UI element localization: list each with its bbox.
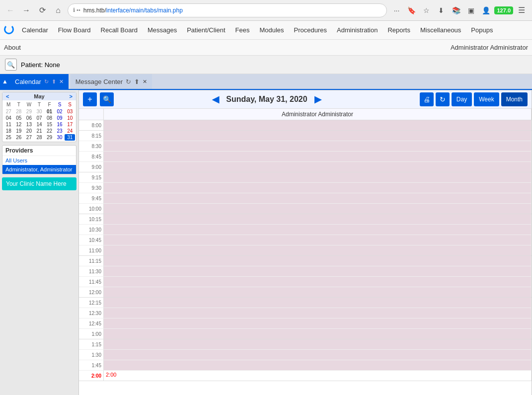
refresh-button[interactable]: ↻ bbox=[436, 92, 450, 106]
nav-administration[interactable]: Administration bbox=[332, 21, 382, 40]
cal-cell-830[interactable] bbox=[104, 141, 532, 151]
cal-cell-115[interactable] bbox=[104, 339, 532, 349]
cal-cell-930[interactable] bbox=[104, 183, 532, 193]
cal-cell-100[interactable] bbox=[104, 329, 532, 339]
mini-cal-day[interactable]: 21 bbox=[34, 128, 45, 134]
mini-cal-next[interactable]: > bbox=[68, 93, 74, 99]
cal-prev-button[interactable]: ◀ bbox=[210, 94, 221, 105]
mini-cal-day[interactable]: 19 bbox=[14, 128, 24, 134]
cal-cell-900[interactable] bbox=[104, 162, 532, 172]
mini-cal-day[interactable]: 30 bbox=[55, 134, 65, 141]
mini-cal-day[interactable]: 18 bbox=[3, 128, 14, 134]
mini-cal-day[interactable]: 01 bbox=[44, 108, 55, 115]
provider-admin[interactable]: Administrator, Administrator bbox=[2, 165, 76, 174]
menu-button[interactable]: ☰ bbox=[515, 4, 528, 17]
nav-modules[interactable]: Modules bbox=[254, 21, 289, 40]
nav-procedures[interactable]: Procedures bbox=[289, 21, 332, 40]
clinic-name[interactable]: Your Clinic Name Here bbox=[2, 177, 76, 190]
cal-cell-1115[interactable] bbox=[104, 256, 532, 266]
download-button[interactable]: ⬇ bbox=[435, 4, 448, 17]
address-bar[interactable]: ℹ •• hms.htb/interface/main/tabs/main.ph… bbox=[68, 3, 387, 17]
nav-fees[interactable]: Fees bbox=[230, 21, 255, 40]
mini-cal-day[interactable]: 27 bbox=[24, 134, 34, 141]
cal-cell-800[interactable] bbox=[104, 120, 532, 130]
cal-cell-1100[interactable] bbox=[104, 245, 532, 255]
mini-cal-day[interactable]: 22 bbox=[44, 128, 55, 134]
nav-recall-board[interactable]: Recall Board bbox=[96, 21, 143, 40]
mini-cal-day[interactable]: 08 bbox=[44, 115, 55, 121]
mini-cal-day[interactable]: 28 bbox=[14, 108, 24, 115]
mini-cal-day-today[interactable]: 31 bbox=[65, 134, 75, 141]
mini-cal-day[interactable]: 06 bbox=[24, 115, 34, 121]
cal-cell-130[interactable] bbox=[104, 350, 532, 360]
cal-cell-1230[interactable] bbox=[104, 308, 532, 318]
mini-cal-day[interactable]: 16 bbox=[55, 121, 65, 128]
print-button[interactable]: 🖨 bbox=[420, 92, 434, 106]
sidebar-toggle[interactable]: ▣ bbox=[464, 4, 477, 17]
library-button[interactable]: 📚 bbox=[450, 4, 462, 17]
back-button[interactable]: ← bbox=[4, 4, 17, 17]
mini-cal-day[interactable]: 29 bbox=[44, 134, 55, 141]
reload-button[interactable]: ⟳ bbox=[36, 4, 49, 17]
tab-mc-popout-icon[interactable]: ⬆ bbox=[134, 78, 140, 85]
about-link[interactable]: About bbox=[4, 44, 21, 51]
cal-cell-1145[interactable] bbox=[104, 277, 532, 287]
mini-cal-day[interactable]: 05 bbox=[14, 115, 24, 121]
cal-cell-945[interactable] bbox=[104, 193, 532, 203]
cal-cell-1030[interactable] bbox=[104, 225, 532, 235]
cal-cell-200[interactable]: 2:00 bbox=[104, 371, 532, 381]
mini-cal-day[interactable]: 14 bbox=[34, 121, 45, 128]
mini-cal-day[interactable]: 28 bbox=[34, 134, 45, 141]
home-button[interactable]: ⌂ bbox=[52, 4, 65, 17]
mini-cal-day[interactable]: 09 bbox=[55, 115, 65, 121]
nav-patient-client[interactable]: Patient/Client bbox=[182, 21, 230, 40]
bookmark-button[interactable]: 🔖 bbox=[405, 4, 418, 17]
mini-cal-day[interactable]: 11 bbox=[3, 121, 14, 128]
cal-cell-845[interactable] bbox=[104, 152, 532, 161]
mini-cal-day[interactable]: 10 bbox=[65, 115, 75, 121]
tab-mc-refresh-icon[interactable]: ↻ bbox=[126, 78, 131, 85]
mini-cal-day[interactable]: 23 bbox=[55, 128, 65, 134]
mini-cal-day[interactable]: 29 bbox=[24, 108, 34, 115]
tab-message-center[interactable]: Message Center ↻ ⬆ ✕ bbox=[71, 74, 152, 89]
cal-cell-1000[interactable] bbox=[104, 204, 532, 214]
mini-cal-prev[interactable]: < bbox=[4, 93, 10, 99]
mini-cal-day[interactable]: 15 bbox=[44, 121, 55, 128]
more-button[interactable]: ··· bbox=[390, 4, 403, 17]
patient-search-button[interactable]: 🔍 bbox=[5, 59, 17, 71]
cal-cell-1215[interactable] bbox=[104, 298, 532, 308]
provider-all-users[interactable]: All Users bbox=[2, 156, 76, 165]
tab-refresh-icon[interactable]: ↻ bbox=[44, 79, 49, 85]
mini-cal-day[interactable]: 03 bbox=[65, 108, 75, 115]
cal-cell-1130[interactable] bbox=[104, 266, 532, 276]
nav-calendar[interactable]: Calendar bbox=[17, 21, 53, 40]
mini-cal-day[interactable]: 13 bbox=[24, 121, 34, 128]
mini-cal-day[interactable]: 25 bbox=[3, 134, 14, 141]
add-appointment-button[interactable]: + bbox=[83, 92, 97, 106]
star-button[interactable]: ☆ bbox=[420, 4, 433, 17]
mini-cal-day[interactable]: 04 bbox=[3, 115, 14, 121]
tab-popout-icon[interactable]: ⬆ bbox=[52, 79, 56, 85]
nav-flow-board[interactable]: Flow Board bbox=[53, 21, 96, 40]
cal-next-button[interactable]: ▶ bbox=[312, 94, 323, 105]
forward-button[interactable]: → bbox=[20, 4, 33, 17]
cal-cell-1245[interactable] bbox=[104, 318, 532, 328]
view-day-button[interactable]: Day bbox=[452, 92, 472, 106]
mini-cal-day[interactable]: 02 bbox=[55, 108, 65, 115]
mini-cal-day[interactable]: 12 bbox=[14, 121, 24, 128]
nav-miscellaneous[interactable]: Miscellaneous bbox=[415, 21, 466, 40]
nav-reports[interactable]: Reports bbox=[382, 21, 415, 40]
tab-calendar[interactable]: Calendar ↻ ⬆ ✕ bbox=[10, 74, 69, 89]
mini-cal-day[interactable]: 24 bbox=[65, 128, 75, 134]
tab-message-center-close[interactable]: ✕ bbox=[143, 79, 147, 85]
nav-messages[interactable]: Messages bbox=[143, 21, 182, 40]
mini-cal-day[interactable]: 26 bbox=[14, 134, 24, 141]
tab-calendar-close[interactable]: ✕ bbox=[59, 79, 64, 85]
cal-cell-1045[interactable] bbox=[104, 235, 532, 245]
nav-popups[interactable]: Popups bbox=[466, 21, 498, 40]
cal-cell-1015[interactable] bbox=[104, 214, 532, 224]
mini-cal-day[interactable]: 07 bbox=[34, 115, 45, 121]
mini-cal-day[interactable]: 20 bbox=[24, 128, 34, 134]
mini-cal-day[interactable]: 17 bbox=[65, 121, 75, 128]
cal-cell-915[interactable] bbox=[104, 172, 532, 182]
